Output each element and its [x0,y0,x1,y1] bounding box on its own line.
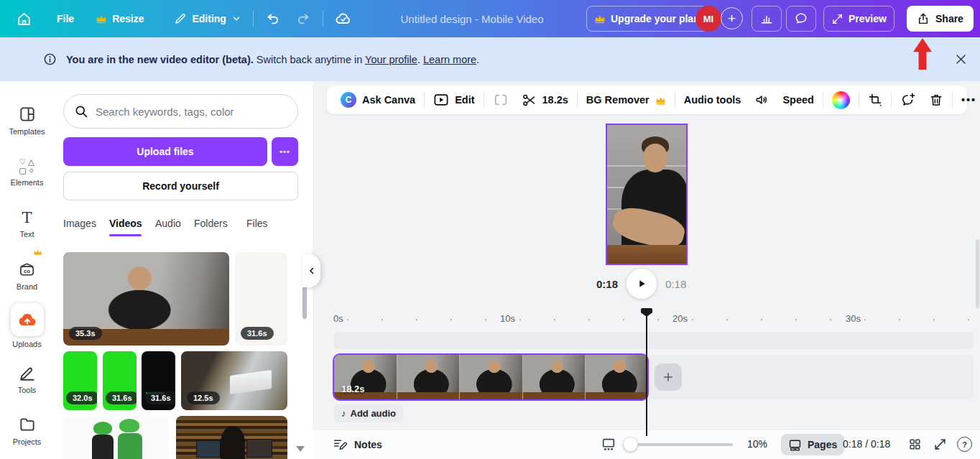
share-button[interactable]: Share [907,6,974,32]
upload-more-options-button[interactable]: ••• [272,137,298,166]
video-thumbnail-editor-desk[interactable] [176,416,287,459]
timeline-ruler[interactable] [334,317,974,323]
volume-button[interactable] [747,85,776,114]
video-thumbnail-laptop[interactable]: 12.5s [181,351,287,410]
toolbar-divider [484,92,484,108]
crown-icon [594,14,606,24]
total-time: 0:18 [665,278,686,290]
scroll-down-arrow-icon[interactable] [296,446,305,452]
collapse-panel-button[interactable] [302,254,320,287]
grid-view-icon[interactable] [908,437,922,451]
video-thumbnail-greenscreen-1[interactable]: 32.0s [63,351,97,410]
person-head [643,144,667,172]
monitor-left [196,440,221,458]
ask-canva-label: Ask Canva [362,94,415,106]
upgrade-plan-label: Upgrade your plan [611,13,700,24]
tab-images[interactable]: Images [63,218,96,229]
scissors-icon [522,93,537,108]
upgrade-plan-button[interactable]: Upgrade your plan [586,6,708,32]
edit-video-button[interactable]: Edit [427,85,481,114]
learn-more-link[interactable]: Learn more [423,54,476,65]
sidebar-item-tools[interactable]: Tools [0,355,54,402]
your-profile-link[interactable]: Your profile [365,54,417,65]
zoom-slider-knob[interactable] [623,437,638,452]
toolbar-divider [424,92,425,108]
delete-button[interactable] [923,85,950,114]
trim-button[interactable]: 18.2s [515,85,575,114]
more-options-button[interactable]: ••• [955,85,980,114]
account-avatar[interactable]: MI [695,6,721,32]
video-preview-page[interactable] [606,124,688,265]
add-audio-button[interactable]: ♪ Add audio [334,404,403,422]
banner-text: You are in the new video editor (beta). … [66,54,479,65]
clip-frame [459,355,522,399]
sidebar-item-label: Uploads [12,340,41,348]
zoom-slider-track[interactable] [627,443,733,446]
notes-button[interactable]: Notes [333,437,382,451]
tab-folders[interactable]: Folders [194,218,228,229]
redo-button[interactable] [288,6,318,32]
add-comment-button[interactable] [894,85,923,114]
banner-dot: . [417,54,423,65]
monitor-right [246,439,272,458]
close-banner-icon[interactable] [954,52,968,66]
add-member-button[interactable]: + [721,7,743,29]
insights-button[interactable] [752,6,782,32]
bg-remover-button[interactable]: BG Remover [580,85,672,114]
play-button[interactable] [627,269,657,299]
ask-canva-button[interactable]: C Ask Canva [334,85,422,114]
sidebar-item-uploads[interactable]: Uploads [0,302,54,349]
share-label: Share [935,13,963,24]
sidebar-item-label: Templates [9,127,45,136]
speed-button[interactable]: Speed [776,85,820,114]
comments-button[interactable] [786,6,816,32]
tab-files[interactable]: Files [246,218,268,229]
resize-button[interactable]: Resize [88,6,151,32]
video-thumbnail-light[interactable]: 31.6s [235,252,287,346]
split-button[interactable] [486,85,515,114]
duration-badge: 35.3s [69,327,102,340]
crop-button[interactable] [861,85,889,114]
tab-audio[interactable]: Audio [155,218,181,229]
silhouette [221,426,245,459]
window-scrollbar[interactable] [976,239,979,308]
empty-track[interactable] [334,332,974,349]
pages-toggle-button[interactable]: Pages [781,434,844,455]
undo-button[interactable] [258,6,288,32]
tools-icon [18,363,37,382]
timeline-fit-icon[interactable] [601,437,616,453]
design-title[interactable]: Untitled design - Mobile Video [346,13,598,25]
sidebar-item-elements[interactable]: ♡△▢○ Elements [0,148,54,195]
toolbar-divider [675,92,675,108]
timeline-video-clip[interactable]: 18.2s [333,353,649,401]
tab-videos[interactable]: Videos [109,218,142,229]
undo-icon [265,11,281,27]
text-icon: T [22,209,32,226]
help-button[interactable]: ? [957,437,972,452]
preview-button[interactable]: Preview [823,6,895,32]
fullscreen-icon[interactable] [933,437,947,451]
sidebar-item-projects[interactable]: Projects [0,407,54,454]
comment-bubble-icon [794,11,808,26]
sidebar-item-templates[interactable]: Templates [0,96,54,144]
audio-tools-button[interactable]: Audio tools [678,85,748,114]
record-yourself-button[interactable]: Record yourself [63,172,298,200]
video-thumbnail-anime[interactable] [63,416,169,459]
search-input[interactable] [96,106,287,118]
video-thumbnail-talking-man[interactable]: 35.3s [63,252,229,346]
uploads-icon [11,303,44,336]
playhead-line[interactable] [646,314,647,436]
file-menu[interactable]: File [50,6,81,32]
color-button[interactable] [826,85,856,114]
upload-files-button[interactable]: Upload files [63,137,267,166]
sidebar-item-text[interactable]: T Text [0,200,54,247]
video-thumbnail-dark[interactable]: 31.6s [142,351,175,410]
editing-mode-dropdown[interactable]: Editing [167,6,248,32]
sidebar-item-brand[interactable]: co Brand [0,251,54,299]
video-thumbnail-greenscreen-2[interactable]: 31.6s [103,351,137,410]
duration-badge: 12.5s [187,391,220,404]
pages-icon [788,439,802,451]
duration-badge: 31.6s [144,391,175,404]
add-clip-button[interactable] [655,363,682,391]
home-button[interactable] [9,6,40,32]
